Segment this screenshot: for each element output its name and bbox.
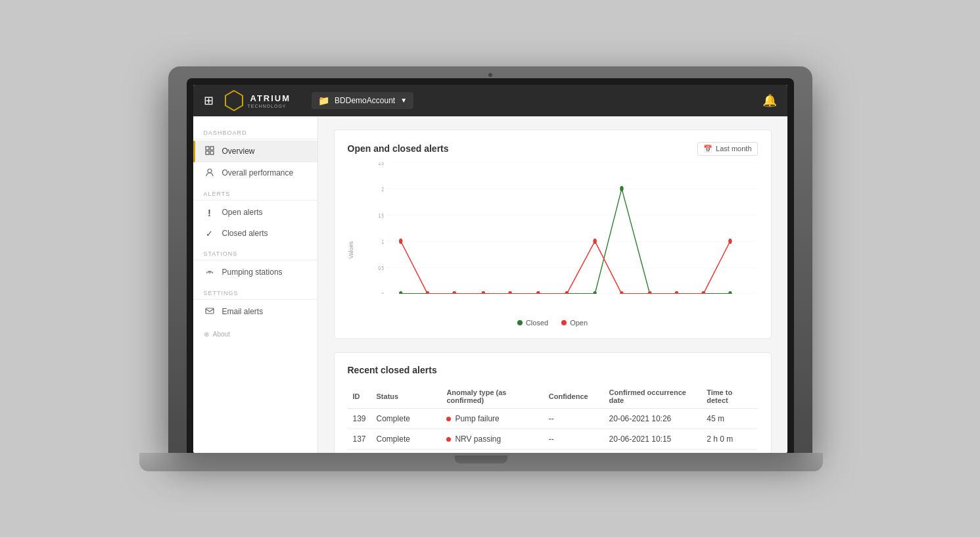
logo-sub: TECHNOLOGY: [248, 104, 291, 108]
svg-point-50: [508, 291, 511, 294]
svg-rect-1: [206, 147, 209, 150]
sidebar-item-overview[interactable]: Overview: [193, 141, 317, 162]
legend-open: Open: [561, 319, 588, 327]
grid-icon[interactable]: ⊞: [204, 93, 214, 108]
calendar-icon: 📅: [703, 145, 712, 153]
svg-rect-7: [206, 308, 214, 314]
svg-point-55: [647, 291, 651, 294]
cell-anomaly: NRV passing: [441, 429, 543, 449]
table-header-row: ID Status Anomaly type (as confirmed) Co…: [348, 385, 758, 409]
sidebar-item-open-alerts-label: Open alerts: [222, 208, 263, 217]
table-row: 137 Complete NRV passing -- 20-06-2021 1…: [348, 429, 758, 449]
table-row: 135 Complete Rising main blockage Medium…: [348, 449, 758, 453]
about-label: About: [213, 331, 230, 338]
chart-title: Open and closed alerts: [348, 143, 449, 154]
svg-point-53: [593, 239, 596, 244]
sidebar-item-closed-alerts-label: Closed alerts: [222, 229, 268, 238]
checkmark-icon: ✓: [204, 229, 216, 239]
content-area: Open and closed alerts 📅 Last month Valu…: [318, 116, 787, 453]
sidebar-section-dashboard: Dashboard: [193, 123, 317, 139]
sidebar-item-performance-label: Overall performance: [222, 168, 294, 177]
table-title: Recent closed alerts: [348, 365, 758, 375]
sidebar-item-overview-label: Overview: [222, 147, 255, 156]
chart-header: Open and closed alerts 📅 Last month: [348, 142, 758, 156]
sidebar-section-alerts: Alerts: [193, 184, 317, 200]
cell-id: 137: [348, 429, 371, 449]
svg-point-58: [728, 239, 732, 244]
cell-date: 20-06-2021 10:26: [604, 408, 702, 429]
legend-closed-label: Closed: [526, 319, 548, 327]
anomaly-dot: [446, 417, 451, 421]
sidebar-item-email-label: Email alerts: [222, 307, 264, 316]
date-filter-button[interactable]: 📅 Last month: [697, 142, 757, 156]
sidebar-item-overall-performance[interactable]: Overall performance: [193, 162, 317, 184]
sidebar: Dashboard Overview: [193, 116, 318, 453]
col-time: Time to detect: [701, 385, 757, 409]
svg-text:2: 2: [381, 185, 383, 193]
chart-container: Values: [348, 162, 758, 314]
svg-point-5: [208, 169, 212, 173]
sidebar-item-closed-alerts[interactable]: ✓ Closed alerts: [193, 223, 317, 244]
sidebar-item-email-alerts[interactable]: Email alerts: [193, 301, 317, 323]
svg-point-6: [208, 271, 210, 273]
cell-time: 2 h 0 m: [701, 429, 757, 449]
about-link[interactable]: ⊕ About: [193, 323, 317, 346]
account-name: BDDemoAccount: [335, 96, 395, 105]
svg-point-41: [620, 186, 623, 191]
performance-icon: [204, 168, 216, 179]
legend-open-dot: [561, 320, 567, 325]
cell-status: Complete: [371, 449, 442, 453]
sidebar-item-open-alerts[interactable]: ! Open alerts: [193, 202, 317, 223]
cell-id: 135: [348, 449, 371, 453]
sidebar-item-pumping-label: Pumping stations: [222, 268, 283, 277]
svg-rect-4: [210, 151, 214, 154]
bell-icon[interactable]: 🔔: [762, 93, 777, 108]
svg-point-48: [452, 291, 455, 294]
account-selector[interactable]: 📁 BDDemoAccount ▼: [312, 92, 413, 109]
svg-point-45: [728, 291, 732, 294]
legend-closed: Closed: [517, 319, 548, 327]
cell-date: 20-06-2021 10:15: [604, 429, 702, 449]
cell-date: 24-05-2021 22:45: [604, 449, 702, 453]
email-icon: [204, 306, 216, 317]
legend-open-label: Open: [570, 319, 588, 327]
svg-text:0: 0: [381, 291, 383, 293]
cell-status: Complete: [371, 429, 442, 449]
chart-svg: 2.5 2 1.5 1 0.5 0 4. Jun 6. Jun: [374, 162, 758, 294]
svg-point-33: [399, 291, 402, 294]
y-axis-label: Values: [348, 241, 354, 259]
svg-text:2.5: 2.5: [378, 162, 383, 166]
date-filter-label: Last month: [716, 145, 751, 152]
anomaly-dot: [446, 437, 451, 442]
table-row: 139 Complete Pump failure -- 20-06-2021 …: [348, 408, 758, 429]
svg-point-49: [481, 291, 484, 294]
svg-text:1.5: 1.5: [378, 212, 383, 219]
cell-confidence: --: [544, 429, 604, 449]
sidebar-section-settings: Settings: [193, 283, 317, 299]
svg-rect-2: [210, 147, 214, 150]
alerts-table: ID Status Anomaly type (as confirmed) Co…: [348, 385, 758, 453]
sidebar-section-stations: Stations: [193, 244, 317, 260]
col-date: Confirmed occurrence date: [604, 385, 702, 409]
svg-text:0.5: 0.5: [378, 264, 383, 271]
chart-card: Open and closed alerts 📅 Last month Valu…: [334, 129, 772, 339]
svg-point-46: [399, 239, 402, 244]
chevron-down-icon: ▼: [400, 97, 407, 104]
cell-anomaly: Pump failure: [441, 408, 543, 429]
svg-marker-0: [225, 91, 243, 110]
legend-closed-dot: [517, 320, 523, 325]
laptop-notch: [455, 455, 507, 463]
cell-time: 45 m: [701, 408, 757, 429]
cell-status: Complete: [371, 408, 442, 429]
top-bar: ⊞ ATRIUM TECHNOLOGY 📁 B: [193, 85, 787, 116]
folder-icon: 📁: [318, 95, 329, 106]
sidebar-item-pumping-stations[interactable]: Pumping stations: [193, 262, 317, 283]
cell-confidence: Medium (40%): [544, 449, 604, 453]
col-id: ID: [348, 385, 371, 409]
svg-point-40: [593, 291, 596, 294]
pump-icon: [204, 267, 216, 278]
svg-point-51: [536, 291, 540, 294]
logo-text: ATRIUM: [250, 93, 291, 103]
cell-anomaly: Rising main blockage: [441, 449, 543, 453]
svg-text:1: 1: [381, 238, 383, 245]
